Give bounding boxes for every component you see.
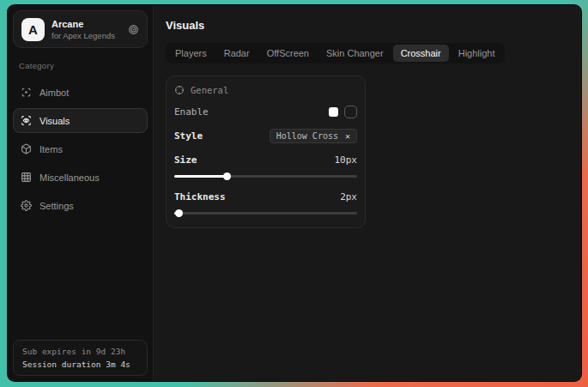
style-tag[interactable]: Hollow Cross ✕ bbox=[270, 129, 357, 143]
target-icon[interactable] bbox=[128, 24, 139, 35]
sidebar-item-aimbot[interactable]: Aimbot bbox=[13, 80, 148, 105]
enable-row: Enable bbox=[174, 106, 357, 118]
sidebar-item-visuals[interactable]: Visuals bbox=[13, 108, 148, 133]
enable-label: Enable bbox=[174, 106, 209, 118]
general-panel-header: General bbox=[174, 85, 357, 95]
size-slider-track[interactable] bbox=[174, 175, 357, 178]
visuals-tabbar: Players Radar OffScreen Skin Changer Cro… bbox=[166, 43, 505, 63]
size-slider-fill bbox=[174, 175, 227, 178]
tab-skin-changer[interactable]: Skin Changer bbox=[318, 45, 391, 62]
thickness-label: Thickness bbox=[174, 191, 226, 203]
app-subtitle: for Apex Legends bbox=[52, 31, 115, 40]
tab-radar[interactable]: Radar bbox=[216, 45, 258, 62]
aimbot-focus-icon bbox=[21, 87, 32, 98]
thickness-slider-handle[interactable] bbox=[175, 209, 183, 217]
tab-crosshair[interactable]: Crosshair bbox=[393, 45, 449, 62]
grid-icon bbox=[21, 172, 32, 183]
color-swatch[interactable] bbox=[329, 107, 338, 117]
main-content: Visuals Players Radar OffScreen Skin Cha… bbox=[154, 5, 581, 381]
general-panel-title: General bbox=[191, 85, 228, 95]
size-value: 10px bbox=[335, 154, 358, 166]
tab-offscreen[interactable]: OffScreen bbox=[259, 45, 317, 62]
size-slider-handle[interactable] bbox=[223, 172, 231, 180]
tab-highlight[interactable]: Highlight bbox=[451, 45, 503, 62]
sidebar: A Arcane for Apex Legends Category Aimbo bbox=[8, 5, 154, 381]
session-duration-text: Session duration 3m 4s bbox=[22, 360, 138, 369]
app-window: A Arcane for Apex Legends Category Aimbo bbox=[7, 4, 582, 382]
size-slider[interactable] bbox=[174, 172, 357, 180]
general-panel: General Enable Style Hollow Cross ✕ Size… bbox=[166, 76, 366, 228]
sidebar-item-miscellaneous[interactable]: Miscellaneous bbox=[13, 165, 148, 190]
scan-eye-icon bbox=[21, 115, 32, 126]
thickness-slider[interactable] bbox=[174, 209, 357, 217]
thickness-slider-fill bbox=[174, 212, 179, 215]
sidebar-item-label: Settings bbox=[39, 201, 74, 211]
package-icon bbox=[21, 143, 32, 154]
thickness-row: Thickness 2px bbox=[174, 190, 357, 203]
sidebar-item-label: Aimbot bbox=[39, 88, 69, 98]
size-row: Size 10px bbox=[174, 154, 357, 166]
app-title: Arcane bbox=[52, 19, 115, 29]
style-row: Style Hollow Cross ✕ bbox=[174, 129, 357, 143]
subscription-status-box: Sub expires in 9d 23h Session duration 3… bbox=[13, 340, 148, 376]
page-title: Visuals bbox=[166, 19, 569, 32]
thickness-slider-track[interactable] bbox=[174, 212, 357, 215]
sub-expires-text: Sub expires in 9d 23h bbox=[22, 347, 138, 356]
app-header-card: A Arcane for Apex Legends bbox=[13, 10, 148, 48]
sidebar-item-settings[interactable]: Settings bbox=[13, 193, 148, 218]
sidebar-item-label: Items bbox=[39, 144, 63, 154]
thickness-value: 2px bbox=[340, 191, 357, 203]
enable-checkbox[interactable] bbox=[344, 106, 357, 118]
style-label: Style bbox=[174, 130, 203, 142]
app-logo: A bbox=[21, 18, 45, 41]
sidebar-item-label: Miscellaneous bbox=[39, 172, 100, 183]
style-tag-value: Hollow Cross bbox=[276, 131, 338, 141]
size-label: Size bbox=[174, 154, 197, 166]
sidebar-item-label: Visuals bbox=[39, 116, 70, 126]
gear-icon bbox=[21, 200, 32, 211]
tab-players[interactable]: Players bbox=[167, 45, 215, 62]
remove-style-icon[interactable]: ✕ bbox=[345, 131, 350, 141]
crosshair-icon bbox=[174, 85, 185, 95]
category-section-label: Category bbox=[19, 61, 142, 70]
sidebar-item-items[interactable]: Items bbox=[13, 136, 148, 161]
